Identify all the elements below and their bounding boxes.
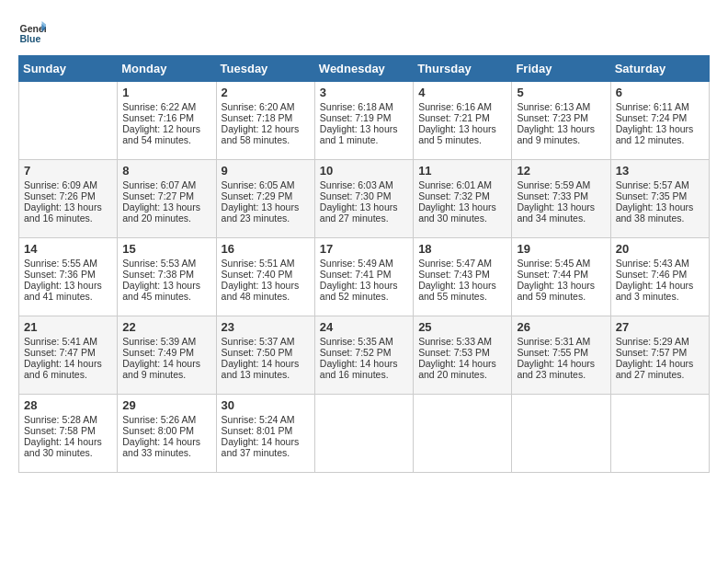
- day-info: and 1 minute.: [320, 134, 408, 145]
- calendar-cell: 26Sunrise: 5:31 AMSunset: 7:55 PMDayligh…: [512, 316, 610, 395]
- day-number: 16: [222, 242, 310, 256]
- calendar-table: SundayMondayTuesdayWednesdayThursdayFrid…: [18, 55, 710, 473]
- calendar-cell: 22Sunrise: 5:39 AMSunset: 7:49 PMDayligh…: [118, 316, 216, 395]
- day-info: Sunrise: 6:18 AM: [320, 101, 408, 112]
- day-info: Sunrise: 5:43 AM: [616, 258, 704, 269]
- day-info: and 12 minutes.: [616, 134, 704, 145]
- day-info: and 30 minutes.: [24, 447, 112, 458]
- day-info: and 23 minutes.: [222, 213, 310, 224]
- day-info: Daylight: 13 hours: [222, 201, 310, 213]
- day-info: Sunset: 7:16 PM: [122, 112, 210, 123]
- day-number: 3: [320, 86, 408, 99]
- day-info: and 33 minutes.: [122, 447, 210, 458]
- calendar-cell: 5Sunrise: 6:13 AMSunset: 7:23 PMDaylight…: [512, 82, 610, 160]
- day-info: Sunset: 7:40 PM: [222, 269, 310, 280]
- day-info: Sunset: 7:47 PM: [24, 347, 112, 358]
- day-info: Sunset: 7:44 PM: [517, 269, 605, 280]
- day-info: Daylight: 14 hours: [222, 358, 310, 369]
- calendar-cell: 27Sunrise: 5:29 AMSunset: 7:57 PMDayligh…: [610, 316, 709, 395]
- day-info: Sunset: 7:19 PM: [320, 112, 408, 123]
- day-info: Sunrise: 6:22 AM: [122, 101, 210, 112]
- day-info: Sunset: 7:53 PM: [418, 347, 506, 358]
- weekday-header-row: SundayMondayTuesdayWednesdayThursdayFrid…: [19, 56, 710, 82]
- day-number: 20: [616, 242, 704, 256]
- day-info: Sunset: 7:30 PM: [320, 190, 408, 201]
- day-info: Sunset: 7:18 PM: [222, 112, 310, 123]
- calendar-cell: 25Sunrise: 5:33 AMSunset: 7:53 PMDayligh…: [414, 316, 512, 395]
- day-number: 14: [24, 242, 112, 256]
- day-number: 27: [616, 320, 704, 334]
- day-info: Sunrise: 5:49 AM: [320, 258, 408, 269]
- calendar-cell: 1Sunrise: 6:22 AMSunset: 7:16 PMDaylight…: [118, 82, 216, 160]
- day-info: Sunrise: 6:16 AM: [418, 101, 506, 112]
- weekday-header: Tuesday: [216, 56, 314, 82]
- day-info: Daylight: 14 hours: [616, 358, 704, 369]
- day-info: Sunset: 8:01 PM: [222, 425, 310, 436]
- day-info: and 55 minutes.: [418, 291, 506, 302]
- day-info: Daylight: 12 hours: [122, 123, 210, 134]
- day-info: and 45 minutes.: [122, 291, 210, 302]
- day-info: Sunset: 7:29 PM: [222, 190, 310, 201]
- calendar-cell: 3Sunrise: 6:18 AMSunset: 7:19 PMDaylight…: [314, 82, 413, 160]
- day-info: Sunrise: 5:47 AM: [418, 258, 506, 269]
- day-info: and 27 minutes.: [616, 369, 704, 380]
- day-info: and 13 minutes.: [222, 369, 310, 380]
- calendar-cell: 12Sunrise: 5:59 AMSunset: 7:33 PMDayligh…: [512, 160, 610, 238]
- day-number: 7: [24, 164, 112, 178]
- svg-text:Blue: Blue: [20, 33, 41, 44]
- day-info: Sunrise: 6:11 AM: [616, 101, 704, 112]
- day-info: Sunset: 7:58 PM: [24, 425, 112, 436]
- day-info: Sunrise: 5:26 AM: [122, 414, 210, 425]
- day-number: 23: [222, 320, 310, 334]
- day-info: Sunset: 7:26 PM: [24, 190, 112, 201]
- day-number: 24: [320, 320, 408, 334]
- weekday-header: Monday: [118, 56, 216, 82]
- day-info: Sunrise: 6:07 AM: [122, 179, 210, 190]
- day-info: Sunrise: 5:33 AM: [418, 336, 506, 347]
- day-info: and 30 minutes.: [418, 213, 506, 224]
- day-info: Sunset: 7:57 PM: [616, 347, 704, 358]
- day-number: 10: [320, 164, 408, 178]
- day-info: Sunrise: 6:20 AM: [222, 101, 310, 112]
- day-info: and 16 minutes.: [320, 369, 408, 380]
- calendar-cell: [414, 395, 512, 473]
- day-number: 13: [616, 164, 704, 178]
- day-number: 30: [222, 398, 310, 412]
- day-number: 21: [24, 320, 112, 334]
- page-header: General Blue: [18, 18, 710, 46]
- day-number: 26: [517, 320, 605, 334]
- day-info: and 20 minutes.: [122, 213, 210, 224]
- day-number: 8: [122, 164, 210, 178]
- day-info: Daylight: 13 hours: [517, 280, 605, 291]
- day-number: 4: [418, 86, 506, 99]
- day-info: and 6 minutes.: [24, 369, 112, 380]
- day-info: Sunrise: 6:09 AM: [24, 179, 112, 190]
- calendar-cell: 8Sunrise: 6:07 AMSunset: 7:27 PMDaylight…: [118, 160, 216, 238]
- day-number: 17: [320, 242, 408, 256]
- calendar-cell: 21Sunrise: 5:41 AMSunset: 7:47 PMDayligh…: [19, 316, 118, 395]
- day-info: Daylight: 13 hours: [418, 280, 506, 291]
- day-number: 5: [517, 86, 605, 99]
- day-info: Sunset: 7:36 PM: [24, 269, 112, 280]
- calendar-cell: 7Sunrise: 6:09 AMSunset: 7:26 PMDaylight…: [19, 160, 118, 238]
- calendar-cell: 2Sunrise: 6:20 AMSunset: 7:18 PMDaylight…: [216, 82, 314, 160]
- calendar-cell: 15Sunrise: 5:53 AMSunset: 7:38 PMDayligh…: [118, 238, 216, 316]
- day-number: 11: [418, 164, 506, 178]
- day-info: Sunrise: 5:51 AM: [222, 258, 310, 269]
- day-info: Sunset: 7:33 PM: [517, 190, 605, 201]
- day-number: 28: [24, 398, 112, 412]
- day-info: Sunrise: 5:59 AM: [517, 179, 605, 190]
- day-number: 22: [122, 320, 210, 334]
- day-info: Daylight: 14 hours: [222, 436, 310, 447]
- day-info: Sunset: 7:52 PM: [320, 347, 408, 358]
- day-info: and 9 minutes.: [517, 134, 605, 145]
- day-info: and 5 minutes.: [418, 134, 506, 145]
- day-info: Daylight: 13 hours: [418, 201, 506, 213]
- day-info: Daylight: 13 hours: [222, 280, 310, 291]
- day-info: Daylight: 13 hours: [320, 201, 408, 213]
- calendar-cell: 6Sunrise: 6:11 AMSunset: 7:24 PMDaylight…: [610, 82, 709, 160]
- day-info: and 41 minutes.: [24, 291, 112, 302]
- day-info: Daylight: 14 hours: [320, 358, 408, 369]
- day-info: and 52 minutes.: [320, 291, 408, 302]
- day-info: Sunrise: 5:57 AM: [616, 179, 704, 190]
